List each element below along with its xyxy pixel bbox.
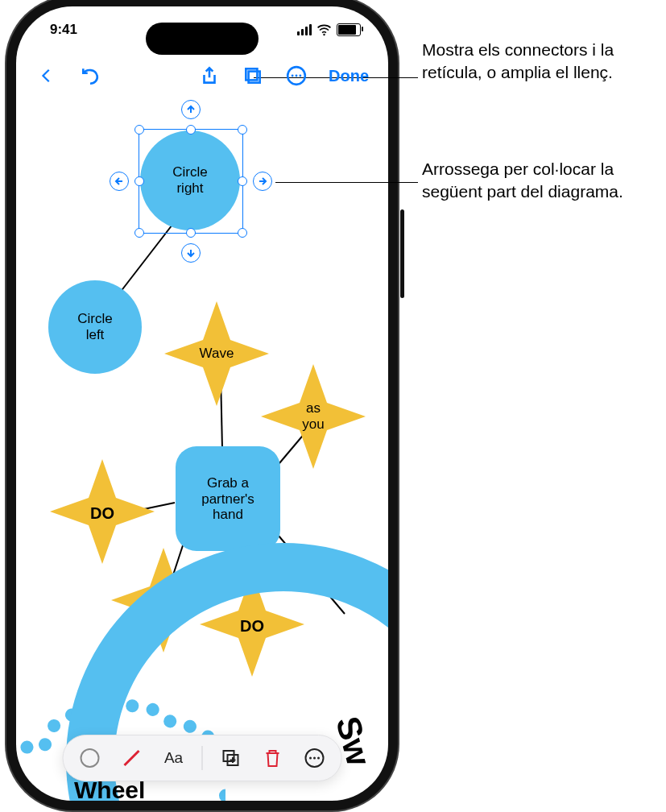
floating-toolbar: Aa bbox=[63, 735, 342, 781]
svg-line-20 bbox=[125, 751, 139, 765]
arrow-down-icon bbox=[186, 248, 196, 258]
ellipsis-circle-icon bbox=[304, 748, 325, 768]
diagram-star-asyou[interactable] bbox=[261, 364, 366, 469]
resize-handle-r[interactable] bbox=[238, 176, 247, 186]
battery-icon bbox=[337, 23, 361, 36]
fill-circle-icon bbox=[80, 748, 101, 768]
ellipsis-circle-icon bbox=[286, 65, 307, 86]
diagram-star-wave[interactable] bbox=[164, 301, 269, 406]
resize-handle-tl[interactable] bbox=[134, 125, 144, 135]
callout-drag-handle: Arrossega per col·locar la següent part … bbox=[422, 158, 656, 204]
cellular-icon bbox=[297, 24, 312, 35]
callout-line-2 bbox=[275, 182, 418, 183]
resize-handle-bl[interactable] bbox=[134, 228, 144, 238]
top-toolbar: Done bbox=[16, 53, 388, 98]
svg-point-28 bbox=[317, 757, 320, 760]
device-volume-up bbox=[8, 200, 12, 256]
share-button[interactable] bbox=[198, 64, 221, 87]
connector-handle-down[interactable] bbox=[181, 243, 201, 263]
svg-marker-15 bbox=[261, 364, 366, 469]
svg-marker-14 bbox=[164, 301, 269, 406]
resize-handle-br[interactable] bbox=[238, 228, 247, 238]
chevron-left-icon bbox=[38, 67, 56, 85]
diagram-circle-left[interactable] bbox=[48, 280, 142, 374]
callout-canvas-button: Mostra els connectors i la retícula, o a… bbox=[422, 39, 656, 85]
stroke-tool[interactable] bbox=[118, 744, 146, 772]
back-button[interactable] bbox=[35, 64, 58, 87]
duplicate-tool[interactable] bbox=[217, 744, 245, 772]
no-stroke-icon bbox=[121, 747, 143, 769]
status-time: 9:41 bbox=[50, 22, 77, 38]
arrow-right-icon bbox=[258, 176, 267, 186]
undo-icon bbox=[80, 65, 101, 86]
device-volume-down bbox=[8, 272, 12, 329]
diagram-canvas[interactable]: Circle right Circle left Grab a partner'… bbox=[16, 6, 388, 801]
wifi-icon bbox=[316, 23, 332, 38]
connector-handle-right[interactable] bbox=[253, 172, 272, 191]
svg-point-6 bbox=[299, 75, 301, 77]
connector-handle-left[interactable] bbox=[110, 172, 129, 191]
diagram-center-node[interactable] bbox=[176, 446, 280, 551]
arrow-left-icon bbox=[114, 176, 124, 186]
fill-tool[interactable] bbox=[77, 744, 104, 772]
canvas-options-button[interactable] bbox=[242, 64, 264, 87]
svg-point-4 bbox=[292, 75, 294, 77]
resize-handle-t[interactable] bbox=[186, 125, 196, 135]
duplicate-icon bbox=[221, 748, 242, 768]
share-icon bbox=[199, 65, 220, 86]
trash-icon bbox=[263, 748, 283, 768]
text-tool[interactable]: Aa bbox=[160, 744, 188, 772]
svg-point-0 bbox=[323, 33, 325, 35]
undo-button[interactable] bbox=[79, 64, 101, 87]
done-button[interactable]: Done bbox=[329, 67, 369, 85]
more-tools[interactable] bbox=[301, 744, 329, 772]
resize-handle-l[interactable] bbox=[134, 176, 144, 186]
canvas-grid-icon bbox=[242, 65, 263, 86]
dynamic-island bbox=[146, 23, 259, 55]
svg-point-19 bbox=[81, 749, 99, 767]
toolbar-separator bbox=[202, 746, 203, 770]
selection-box[interactable] bbox=[139, 129, 243, 234]
more-button[interactable] bbox=[285, 64, 308, 87]
resize-handle-tr[interactable] bbox=[238, 125, 247, 135]
device-power-button bbox=[400, 209, 404, 298]
delete-tool[interactable] bbox=[259, 744, 287, 772]
svg-point-27 bbox=[313, 757, 316, 760]
svg-point-26 bbox=[309, 757, 312, 760]
connector-handle-up[interactable] bbox=[181, 100, 201, 119]
svg-point-5 bbox=[296, 75, 298, 77]
arrow-up-icon bbox=[186, 105, 196, 114]
phone-frame: 9:41 bbox=[16, 6, 388, 801]
resize-handle-b[interactable] bbox=[186, 228, 196, 238]
device-silence-switch bbox=[8, 151, 12, 182]
